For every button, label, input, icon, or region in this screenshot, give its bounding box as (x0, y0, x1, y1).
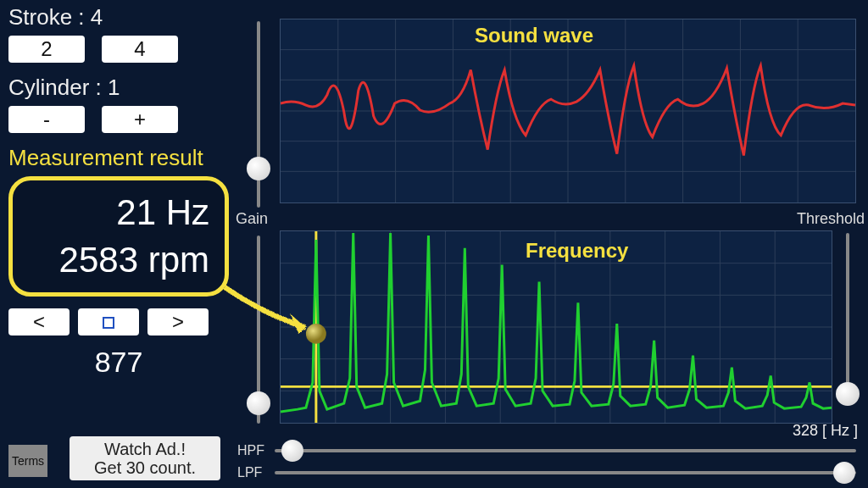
gain-slider[interactable] (246, 21, 271, 208)
threshold-slider-thumb[interactable] (836, 382, 860, 406)
threshold-slider[interactable] (835, 233, 860, 402)
gain-slider-thumb[interactable] (247, 157, 270, 180)
prev-button[interactable]: < (8, 308, 70, 336)
terms-button[interactable]: Terms (8, 445, 47, 477)
stroke-label: Stroke : 4 (8, 4, 237, 30)
lpf-slider-thumb[interactable] (833, 462, 855, 484)
hpf-label: HPF (237, 443, 275, 458)
next-button[interactable]: > (147, 308, 209, 336)
frequency-title: Frequency (526, 239, 628, 263)
hz-readout: 328 [ Hz ] (793, 422, 858, 440)
lpf-label: LPF (237, 465, 275, 480)
measurement-title: Measurement result (8, 145, 237, 171)
hpf-slider[interactable] (275, 441, 856, 461)
lpf-slider[interactable] (275, 463, 856, 483)
freq-left-slider-thumb[interactable] (247, 391, 270, 415)
cylinder-plus-button[interactable]: + (102, 106, 178, 133)
measurement-hz: 21 Hz (28, 192, 209, 233)
watch-ad-button[interactable]: Watch Ad.! Get 30 count. (70, 436, 220, 480)
cursor-marker[interactable] (306, 324, 326, 344)
cylinder-minus-button[interactable]: - (8, 106, 85, 133)
gain-label: Gain (236, 210, 268, 228)
threshold-label: Threshold (797, 210, 865, 228)
measurement-result-box: 21 Hz 2583 rpm (8, 176, 229, 297)
ad-count-value: 877 (8, 346, 229, 379)
freq-left-slider[interactable] (246, 236, 271, 424)
hpf-slider-thumb[interactable] (281, 440, 303, 462)
cylinder-label: Cylinder : 1 (8, 75, 237, 101)
ad-button-label: Watch Ad.! Get 30 count. (94, 440, 196, 477)
stop-button[interactable] (78, 308, 139, 336)
sound-wave-title: Sound wave (475, 24, 593, 47)
stop-icon (103, 317, 114, 329)
measurement-rpm: 2583 rpm (28, 240, 209, 280)
stroke-4-button[interactable]: 4 (102, 36, 178, 63)
stroke-2-button[interactable]: 2 (8, 36, 85, 63)
